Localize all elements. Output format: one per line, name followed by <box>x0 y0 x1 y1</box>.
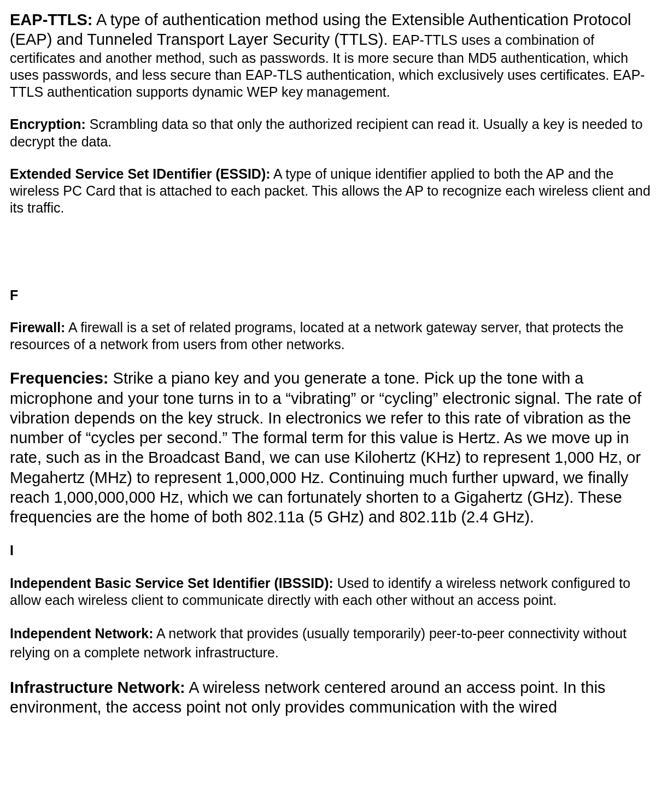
term: Infrastructure Network: <box>10 679 185 696</box>
glossary-entry-independent-network: Independent Network: A network that prov… <box>10 624 655 662</box>
glossary-entry-eap-ttls: EAP-TTLS: A type of authentication metho… <box>10 10 655 101</box>
section-letter-f: F <box>10 287 655 304</box>
glossary-entry-infrastructure-network: Infrastructure Network: A wireless netwo… <box>10 678 655 717</box>
definition: Scrambling data so that only the authori… <box>10 116 643 149</box>
glossary-entry-ibssid: Independent Basic Service Set Identifier… <box>10 575 655 609</box>
term: Encryption: <box>10 116 86 132</box>
term: Independent Network: <box>10 626 154 641</box>
glossary-entry-firewall: Firewall: A firewall is a set of related… <box>10 319 655 354</box>
glossary-entry-encryption: Encryption: Scrambling data so that only… <box>10 116 655 150</box>
definition: A firewall is a set of related programs,… <box>10 320 624 352</box>
term: Frequencies: <box>10 369 109 387</box>
spacer <box>10 232 655 260</box>
section-letter-i: I <box>10 542 655 559</box>
term: Extended Service Set IDentifier (ESSID): <box>10 166 271 181</box>
term: EAP-TTLS: <box>10 11 92 28</box>
glossary-entry-essid: Extended Service Set IDentifier (ESSID):… <box>10 166 655 217</box>
term: Independent Basic Service Set Identifier… <box>10 575 333 591</box>
term: Firewall: <box>10 320 65 335</box>
glossary-entry-frequencies: Frequencies: Strike a piano key and you … <box>10 368 655 527</box>
definition: Strike a piano key and you generate a to… <box>10 369 641 526</box>
